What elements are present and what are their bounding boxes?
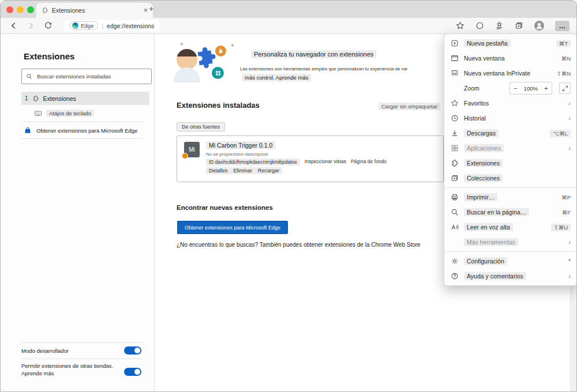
addressbar-divider: | <box>102 22 103 29</box>
collections-icon <box>450 174 459 182</box>
help-icon <box>450 272 459 280</box>
star-icon <box>450 99 459 107</box>
collections-icon[interactable] <box>515 21 523 30</box>
menu-item-imprimir[interactable]: Imprimir… ⌘P <box>444 190 576 205</box>
sparkle-icon: + <box>231 42 234 48</box>
printer-icon <box>450 193 459 201</box>
titlebar: Extensiones × + <box>1 1 576 18</box>
chevron-right-icon: › <box>568 273 571 280</box>
site-badge[interactable]: Edge <box>69 21 98 30</box>
search-icon <box>26 73 32 80</box>
tab-title: Extensiones <box>52 7 140 14</box>
menu-item-leer-en-voz-alta[interactable]: Leer en voz alta ⇧⌘U <box>444 220 576 235</box>
menu-item-buscar[interactable]: Buscar en la página… ⌘F <box>444 205 576 220</box>
get-extensions-button[interactable]: Obtener extensiones para Microsoft Edge <box>177 221 288 234</box>
developer-mode-label: Modo desarrollador <box>21 348 69 355</box>
zoom-out-button[interactable]: − <box>510 82 521 94</box>
menu-item-extensiones[interactable]: Extensiones <box>444 156 576 171</box>
sidebar-divider <box>21 138 143 139</box>
hero-learn-more[interactable]: más control. Aprende más <box>242 74 311 81</box>
allow-other-stores-toggle[interactable] <box>124 368 141 376</box>
favorites-star-icon[interactable] <box>456 21 464 30</box>
profile-avatar[interactable] <box>534 21 544 31</box>
apps-grid-icon <box>450 144 459 152</box>
extension-name: Mi Carbon Trigger 0.1.0 <box>206 141 275 149</box>
menu-item-colecciones[interactable]: Colecciones <box>444 171 576 186</box>
sidebar-item-atajos[interactable]: Atajos de teclado <box>34 110 94 117</box>
search-icon <box>450 208 459 216</box>
apps-grid-icon <box>212 67 224 79</box>
browser-window: Extensiones × + Edge | edge://extensions <box>0 0 577 392</box>
zoom-value: 100% <box>521 85 541 92</box>
extension-description: No se proporcionó descripción <box>206 152 268 157</box>
sidebar-item-label: Extensiones <box>43 95 76 102</box>
gear-icon <box>450 257 459 265</box>
zoom-controls: − 100% + <box>509 82 552 95</box>
puzzle-icon <box>450 159 459 167</box>
extension-id: ID daohcddclhmopkdaecnimjkmibpdalee <box>206 159 300 165</box>
forward-button[interactable] <box>25 20 36 32</box>
search-box[interactable] <box>21 69 152 84</box>
edge-logo-icon <box>72 22 78 29</box>
extension-actions: Detalles Eliminar Recargar <box>206 167 282 174</box>
search-input[interactable] <box>36 73 147 80</box>
sidebar-item-label: Atajos de teclado <box>46 110 94 117</box>
developer-mode-toggle[interactable] <box>124 346 141 355</box>
new-tab-icon <box>450 39 459 47</box>
details-button[interactable]: Detalles <box>209 168 228 174</box>
menu-divider <box>444 187 576 188</box>
menu-item-historial[interactable]: Historial › <box>444 111 576 126</box>
menu-item-nueva-pestana[interactable]: Nueva pestaña ⌘T <box>444 36 576 51</box>
traffic-maximize-button[interactable] <box>27 6 34 13</box>
tab-close-icon[interactable]: × <box>144 7 148 14</box>
address-bar[interactable]: Edge | edge://extensions <box>64 20 159 32</box>
sidebar-item-obtener[interactable]: Obtener extensiones para Microsoft Edge <box>24 126 147 134</box>
menu-item-favoritos[interactable]: Favoritos › <box>444 96 576 111</box>
warning-badge-icon <box>182 153 188 159</box>
menu-item-mas-herramientas[interactable]: Más herramientas › <box>444 235 576 250</box>
allow-other-stores-label: Permitir extensiones de otras tiendas. A… <box>21 363 121 378</box>
download-icon <box>450 129 459 137</box>
sidebar-item-label: Obtener extensiones para Microsoft Edge <box>36 127 137 134</box>
inspect-views-label: Inspeccionar vistas <box>305 159 346 165</box>
reload-button[interactable] <box>42 20 54 32</box>
browser-tab[interactable]: Extensiones × <box>36 3 153 18</box>
menu-item-nueva-ventana[interactable]: Nueva ventana ⌘N <box>444 51 576 66</box>
traffic-close-button[interactable] <box>6 6 13 13</box>
extensions-sidebar: Extensiones 1 Extensiones <box>1 34 155 391</box>
new-tab-button[interactable]: + <box>149 4 153 13</box>
background-page-link[interactable]: Página de fondo <box>351 159 387 165</box>
menu-item-aplicaciones[interactable]: Aplicaciones › <box>444 141 576 156</box>
hero-title: Personaliza tu navegador con extensiones <box>251 50 376 58</box>
traffic-minimize-button[interactable] <box>17 6 24 13</box>
menu-divider <box>444 251 576 252</box>
sidebar-divider <box>21 122 143 122</box>
keyboard-icon <box>34 110 42 117</box>
source-chip: De otras fuentes <box>177 122 225 131</box>
menu-item-ayuda[interactable]: Ayuda y comentarios › <box>444 269 576 284</box>
menu-item-zoom: Zoom − 100% + <box>444 81 576 96</box>
load-unpacked-link[interactable]: Cargar sin empaquetar <box>379 103 440 110</box>
browser-essentials-icon[interactable] <box>475 21 484 30</box>
chevron-right-icon: › <box>568 100 571 107</box>
fullscreen-button[interactable] <box>559 82 571 94</box>
installed-heading: Extensiones instaladas <box>177 101 260 110</box>
menu-item-configuracion[interactable]: Configuración * <box>444 254 576 269</box>
store-bag-icon <box>24 126 32 134</box>
favorites-bar-icon[interactable] <box>495 21 504 30</box>
extensions-count: 1 <box>25 95 28 101</box>
sidebar-item-extensiones[interactable]: 1 Extensiones <box>21 92 149 105</box>
menu-item-inprivate[interactable]: Nueva ventana InPrivate ⇧⌘N <box>444 66 576 81</box>
clock-icon <box>450 114 459 122</box>
menu-item-descargas[interactable]: Descargas ⌥⌘L <box>444 126 576 141</box>
chevron-right-icon: › <box>568 145 571 152</box>
remove-button[interactable]: Eliminar <box>234 168 253 174</box>
reload-extension-button[interactable]: Recargar <box>258 168 279 174</box>
chevron-right-icon: › <box>568 239 571 246</box>
zoom-in-button[interactable]: + <box>541 82 552 94</box>
site-badge-label: Edge <box>81 22 93 29</box>
back-button[interactable] <box>8 20 19 32</box>
sidebar-divider <box>21 359 143 359</box>
settings-menu-button[interactable]: … <box>555 21 569 31</box>
chrome-store-note: ¿No encuentras lo que buscas? También pu… <box>177 242 452 248</box>
